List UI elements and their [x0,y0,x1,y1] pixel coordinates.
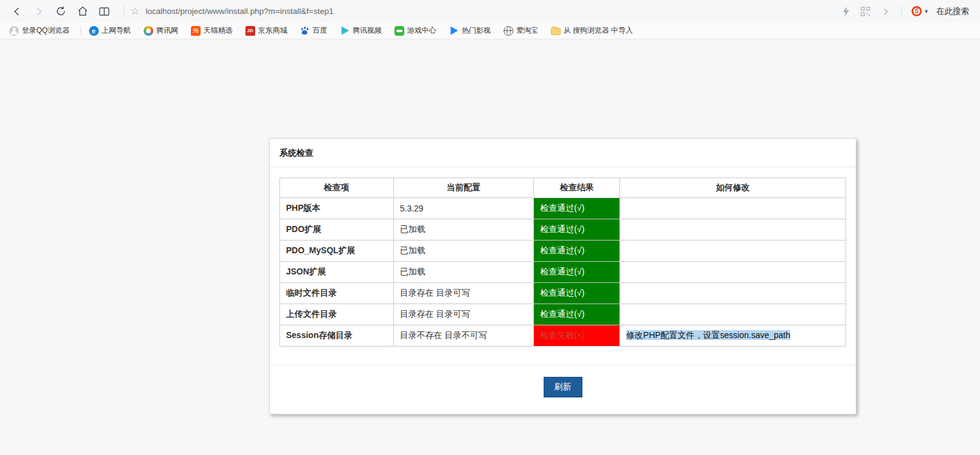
check-item-cell: JSON扩展 [280,262,394,283]
current-config-cell: 已加载 [393,219,534,241]
e-nav-icon: e [89,26,99,36]
bookmark-item[interactable]: 淘天猫精选 [188,24,236,37]
reading-mode-icon[interactable] [96,3,113,20]
page-viewport: 系统检查 检查项当前配置检查结果如何修改 PHP版本5.3.29检查通过(√)P… [0,39,980,455]
search-box[interactable]: 在此搜索 [936,6,969,17]
table-row: 上传文件目录目录存在 目录可写检查通过(√) [280,304,846,325]
table-header-row: 检查项当前配置检查结果如何修改 [280,178,846,198]
bookmark-item[interactable]: 游戏中心 [392,24,439,37]
how-to-fix-cell [620,283,846,304]
forward-icon[interactable] [30,3,47,20]
check-table-body: PHP版本5.3.29检查通过(√)PDO扩展已加载检查通过(√)PDO_MyS… [280,198,846,347]
bookmark-item[interactable]: 腾讯网 [141,24,181,37]
sogou-logo-icon[interactable]: S [912,6,922,16]
check-result-cell: 检查通过(√) [534,262,620,283]
table-row: JSON扩展已加载检查通过(√) [280,262,846,283]
bookmarks-divider [81,27,81,35]
bookmark-item[interactable]: e上网导航 [86,24,134,37]
toolbar-divider [124,5,124,18]
folder-icon [551,28,561,35]
chevron-down-icon[interactable]: ▼ [924,8,929,15]
bookmark-label: 天猫精选 [204,25,233,36]
panel-footer: 刷新 [270,365,856,414]
check-result-cell: 检查通过(√) [534,304,620,325]
column-header: 当前配置 [393,178,534,198]
tencent-video-icon [340,26,350,36]
bookmark-label: 爱淘宝 [516,25,538,36]
back-icon[interactable] [8,3,25,20]
bookmark-item[interactable]: 从 搜狗浏览器 中导入 [548,24,636,37]
bookmark-item[interactable]: 爱淘宝 [501,24,541,37]
how-to-fix-cell [620,198,846,219]
how-to-fix-cell [620,219,846,241]
bookmark-label: 京东商城 [258,25,287,36]
current-config-cell: 目录存在 目录可写 [393,304,534,325]
column-header: 如何修改 [620,178,846,198]
tmall-icon: 淘 [191,26,201,36]
bookmark-label: 上网导航 [102,25,131,36]
how-to-fix-cell: 修改PHP配置文件，设置session.save_path [620,325,846,347]
bookmark-item[interactable]: JD京东商城 [242,24,290,37]
check-item-cell: 临时文件目录 [280,283,394,304]
expand-toolbar-icon[interactable] [881,7,890,16]
table-row: PHP版本5.3.29检查通过(√) [280,198,846,219]
check-result-cell: 检查失败(×) [534,325,620,347]
bookmark-label: 腾讯网 [156,25,178,36]
search-engine-selector[interactable]: S ▼ [912,6,933,16]
refresh-button[interactable]: 刷新 [544,377,582,397]
home-icon[interactable] [74,3,91,20]
bookmark-label: 从 搜狗浏览器 中导入 [564,25,633,36]
check-result-cell: 检查通过(√) [534,219,620,241]
table-row: PDO_MySQL扩展已加载检查通过(√) [280,241,846,262]
browser-toolbar: ☆ localhost/project/www/install.php?m=in… [0,0,980,22]
tencent-icon [144,26,153,36]
how-to-fix-cell [620,262,846,283]
current-config-cell: 已加载 [393,241,534,262]
check-result-cell: 检查通过(√) [534,198,620,219]
page-title: 系统检查 [270,139,856,167]
bookmark-item[interactable]: 腾讯视频 [337,24,385,37]
check-item-cell: Session存储目录 [280,325,394,347]
check-item-cell: PHP版本 [280,198,394,219]
column-header: 检查项 [280,178,394,198]
avatar-icon [9,26,19,36]
reload-icon[interactable] [52,3,69,20]
panel-body: 检查项当前配置检查结果如何修改 PHP版本5.3.29检查通过(√)PDO扩展已… [270,167,856,365]
bookmarks-bar: 登录QQ浏览器e上网导航腾讯网淘天猫精选JD京东商城百度腾讯视频游戏中心热门影视… [0,22,980,39]
address-bar[interactable]: localhost/project/www/install.php?m=inst… [145,7,837,16]
check-item-cell: PDO_MySQL扩展 [280,241,394,262]
bookmark-label: 热门影视 [462,25,491,36]
system-check-table: 检查项当前配置检查结果如何修改 PHP版本5.3.29检查通过(√)PDO扩展已… [279,178,846,347]
game-icon [395,26,404,36]
table-row: 临时文件目录目录存在 目录可写检查通过(√) [280,283,846,304]
column-header: 检查结果 [534,178,620,198]
hot-video-icon [449,26,459,36]
bookmark-item[interactable]: 登录QQ浏览器 [6,24,73,37]
bookmark-item[interactable]: 热门影视 [446,24,494,37]
qr-code-icon[interactable] [861,7,870,16]
check-result-cell: 检查通过(√) [534,283,620,304]
bookmark-label: 游戏中心 [407,25,436,36]
current-config-cell: 目录存在 目录可写 [393,283,534,304]
bookmark-label: 登录QQ浏览器 [22,25,70,36]
bookmark-label: 腾讯视频 [353,25,382,36]
table-row: Session存储目录目录不存在 目录不可写检查失败(×)修改PHP配置文件，设… [280,325,846,347]
current-config-cell: 目录不存在 目录不可写 [393,325,534,347]
bookmark-label: 百度 [313,25,327,36]
fix-instruction-highlight: 修改PHP配置文件，设置session.save_path [626,330,790,340]
system-check-panel: 系统检查 检查项当前配置检查结果如何修改 PHP版本5.3.29检查通过(√)P… [269,138,856,414]
favorite-star-icon[interactable]: ☆ [130,5,139,18]
current-config-cell: 5.3.29 [393,198,534,219]
how-to-fix-cell [620,304,846,325]
current-config-cell: 已加载 [393,262,534,283]
check-result-cell: 检查通过(√) [534,241,620,262]
bookmark-item[interactable]: 百度 [297,24,330,37]
jd-icon: JD [245,26,255,36]
lightning-icon[interactable] [842,7,850,16]
baidu-icon [300,26,310,36]
how-to-fix-cell [620,241,846,262]
check-item-cell: PDO扩展 [280,219,394,241]
toolbar-divider [901,5,902,18]
check-item-cell: 上传文件目录 [280,304,394,325]
table-row: PDO扩展已加载检查通过(√) [280,219,846,241]
